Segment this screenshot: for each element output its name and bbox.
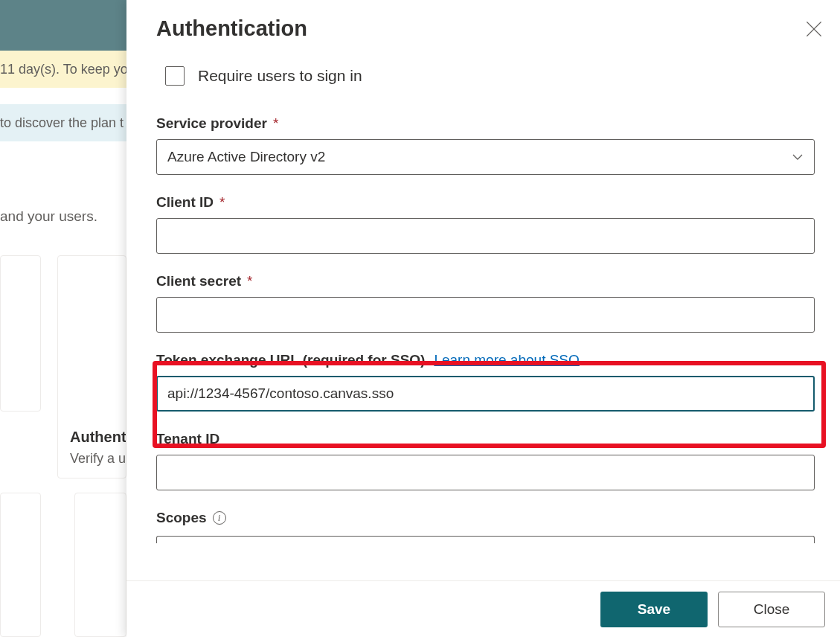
learn-more-sso-link[interactable]: Learn more about SSO — [434, 352, 579, 368]
required-asterisk: * — [247, 273, 252, 289]
service-provider-group: Service provider * Azure Active Director… — [156, 115, 815, 175]
info-banner: to discover the plan t — [0, 104, 126, 141]
bg-card-authentication: Authent Verify a u — [57, 255, 126, 478]
info-icon[interactable]: i — [213, 511, 226, 525]
client-id-input[interactable] — [156, 218, 815, 254]
save-button[interactable]: Save — [600, 592, 708, 627]
client-id-group: Client ID * — [156, 194, 815, 254]
select-value: Azure Active Directory v2 — [167, 149, 325, 165]
app-header-strip — [0, 0, 126, 51]
required-asterisk: * — [273, 115, 278, 132]
close-button[interactable]: Close — [718, 592, 825, 627]
client-secret-group: Client secret * — [156, 273, 815, 333]
service-provider-label: Service provider * — [156, 115, 815, 132]
trial-banner-text: 11 day(s). To keep yo — [0, 62, 126, 77]
label-text: Service provider — [156, 115, 267, 132]
client-secret-input[interactable] — [156, 297, 815, 333]
token-exchange-input[interactable] — [156, 376, 815, 412]
label-text: Scopes — [156, 510, 207, 526]
scopes-label: Scopes i — [156, 510, 815, 526]
required-asterisk: * — [219, 194, 225, 211]
scopes-input[interactable] — [156, 536, 815, 543]
client-secret-label: Client secret * — [156, 273, 815, 289]
tenant-id-group: Tenant ID — [156, 431, 815, 490]
panel-title: Authentication — [156, 16, 815, 41]
scopes-group: Scopes i — [156, 510, 815, 547]
tenant-id-label: Tenant ID — [156, 431, 815, 447]
service-provider-select[interactable]: Azure Active Directory v2 — [156, 139, 815, 175]
token-exchange-label: Token exchange URL (required for SSO) Le… — [156, 352, 815, 368]
require-signin-label: Require users to sign in — [198, 67, 362, 85]
label-text: Client secret — [156, 273, 241, 289]
label-text: Client ID — [156, 194, 214, 211]
chevron-down-icon — [792, 151, 804, 163]
bg-card-title: Authent — [70, 429, 126, 446]
label-text: Token exchange URL (required for SSO) — [156, 352, 425, 368]
authentication-panel: Authentication Require users to sign in … — [126, 0, 840, 637]
bg-card — [0, 493, 41, 637]
token-exchange-group: Token exchange URL (required for SSO) Le… — [156, 352, 815, 412]
trial-banner: 11 day(s). To keep yo — [0, 51, 126, 88]
bg-card — [0, 255, 41, 412]
label-text: Tenant ID — [156, 431, 219, 447]
tenant-id-input[interactable] — [156, 455, 815, 490]
require-signin-checkbox[interactable] — [165, 66, 185, 86]
bg-card-subtitle: Verify a u — [70, 451, 126, 467]
bg-card — [74, 493, 126, 637]
client-id-label: Client ID * — [156, 194, 815, 211]
require-signin-row: Require users to sign in — [165, 66, 815, 86]
section-helper-text: and your users. — [0, 208, 97, 225]
panel-body: Authentication Require users to sign in … — [156, 16, 815, 577]
panel-footer: Save Close — [126, 580, 840, 637]
info-banner-text: to discover the plan t — [0, 115, 124, 131]
